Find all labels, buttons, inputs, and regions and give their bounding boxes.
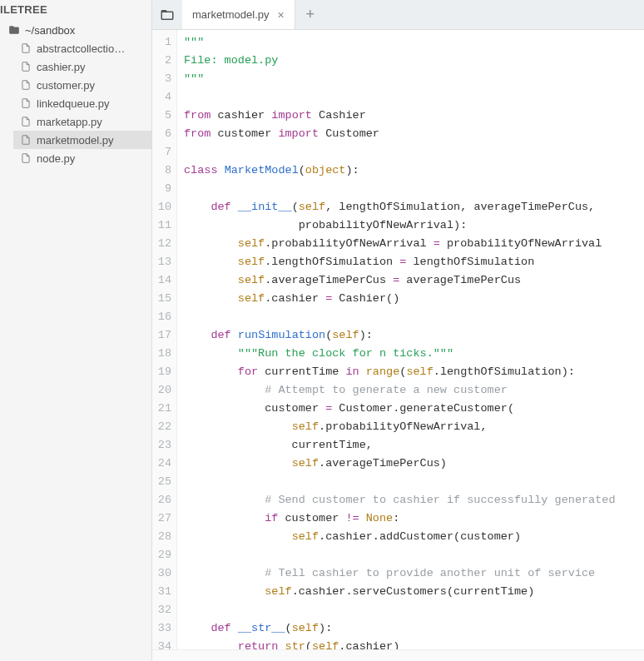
code-line <box>184 601 644 619</box>
code-line: self.averageTimePerCus) <box>184 455 644 473</box>
code-line: self.cashier = Cashier() <box>184 290 644 308</box>
file-tree-title: ILETREE <box>0 0 151 21</box>
code-line: """ <box>184 70 644 88</box>
code-line: def __init__(self, lengthOfSimulation, a… <box>184 198 644 216</box>
editor-pane: marketmodel.py × + 123456789101112131415… <box>152 0 644 661</box>
tree-file-label: marketmodel.py <box>37 134 113 147</box>
code-line <box>184 143 644 162</box>
tree-children: abstractcollectio…cashier.pycustomer.pyl… <box>2 39 151 167</box>
tree-file-item[interactable]: cashier.py <box>13 57 151 76</box>
code-line <box>184 308 644 326</box>
file-icon <box>20 152 32 164</box>
tree-folder-root[interactable]: ~/sandbox <box>2 21 151 39</box>
file-icon <box>20 134 32 146</box>
code-line: for currentTime in range(self.lengthOfSi… <box>184 363 644 381</box>
file-icon <box>20 97 32 109</box>
code-line: # Attempt to generate a new customer <box>184 381 644 400</box>
code-line: class MarketModel(object): <box>184 162 644 180</box>
code-line: probabilityOfNewArrival): <box>184 216 644 235</box>
tab-bar: marketmodel.py × + <box>152 0 644 30</box>
code-line <box>184 546 644 564</box>
code-line <box>184 180 644 198</box>
file-icon <box>20 42 32 54</box>
horizontal-scrollbar[interactable] <box>152 649 644 661</box>
code-line: def runSimulation(self): <box>184 326 644 345</box>
code-line: from cashier import Cashier <box>184 107 644 125</box>
tree-file-item[interactable]: linkedqueue.py <box>13 94 151 112</box>
code-line <box>184 473 644 491</box>
tab-marketmodel[interactable]: marketmodel.py × <box>182 0 295 29</box>
tree-file-label: abstractcollectio… <box>37 42 125 55</box>
close-icon[interactable]: × <box>277 9 284 21</box>
open-folder-icon[interactable] <box>152 0 182 29</box>
code-line: self.probabilityOfNewArrival = probabili… <box>184 235 644 253</box>
tree-file-label: linkedqueue.py <box>37 97 109 110</box>
file-icon <box>20 79 32 91</box>
code-line: return str(self.cashier) <box>184 638 644 649</box>
tree-file-label: cashier.py <box>37 61 86 73</box>
code-line <box>184 88 644 107</box>
code-area[interactable]: 1234567891011121314151617181920212223242… <box>152 30 644 649</box>
code-line: # Tell cashier to provide another unit o… <box>184 564 644 583</box>
code-line: from customer import Customer <box>184 125 644 143</box>
line-gutter: 1234567891011121314151617181920212223242… <box>152 30 177 649</box>
code-line: """ <box>184 33 644 52</box>
tree-file-label: marketapp.py <box>37 116 102 128</box>
tree-file-item[interactable]: marketapp.py <box>13 112 151 131</box>
code-line: self.lengthOfSimulation = lengthOfSimula… <box>184 253 644 271</box>
code-line: # Send customer to cashier if successful… <box>184 491 644 509</box>
code-line: File: model.py <box>184 52 644 70</box>
code-line: def __str__(self): <box>184 619 644 638</box>
code-line: self.averageTimePerCus = averageTimePerC… <box>184 271 644 290</box>
code-line: self.cashier.addCustomer(customer) <box>184 528 644 546</box>
folder-icon <box>8 24 20 36</box>
file-icon <box>20 116 32 127</box>
tree-file-item[interactable]: marketmodel.py <box>13 131 151 149</box>
add-tab-button[interactable]: + <box>295 0 325 29</box>
code-content[interactable]: """File: model.py""" from cashier import… <box>177 30 644 649</box>
tree-file-label: customer.py <box>37 79 95 92</box>
tree-file-item[interactable]: customer.py <box>13 76 151 94</box>
code-line: currentTime, <box>184 436 644 455</box>
tree-file-item[interactable]: node.py <box>13 149 151 167</box>
code-line: if customer != None: <box>184 509 644 528</box>
file-tree-sidebar: ILETREE ~/sandbox abstractcollectio…cash… <box>0 0 152 661</box>
code-line: self.cashier.serveCustomers(currentTime) <box>184 583 644 601</box>
code-line: customer = Customer.generateCustomer( <box>184 400 644 418</box>
code-line: self.probabilityOfNewArrival, <box>184 418 644 436</box>
file-icon <box>20 61 32 72</box>
tab-label: marketmodel.py <box>192 8 269 21</box>
tree-file-label: node.py <box>37 152 75 165</box>
tree-file-item[interactable]: abstractcollectio… <box>13 39 151 57</box>
tree-folder-label: ~/sandbox <box>25 24 75 37</box>
code-line: """Run the clock for n ticks.""" <box>184 345 644 363</box>
